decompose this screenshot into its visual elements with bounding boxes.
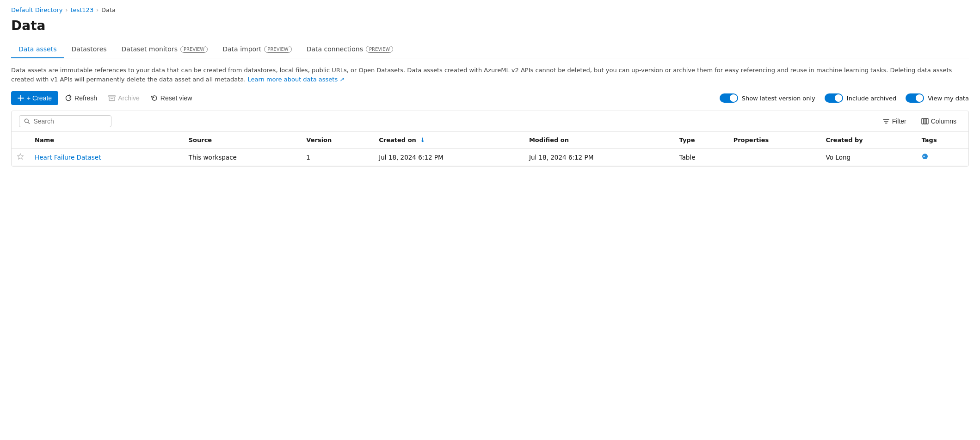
th-star — [12, 132, 29, 149]
th-name[interactable]: Name — [29, 132, 183, 149]
table-row: Heart Failure Dataset This workspace 1 J… — [12, 149, 968, 166]
search-bar: Filter Columns — [12, 111, 968, 132]
svg-marker-12 — [18, 154, 24, 159]
tab-dataset-monitors[interactable]: Dataset monitors PREVIEW — [114, 41, 216, 58]
cell-name[interactable]: Heart Failure Dataset — [29, 149, 183, 166]
sort-down-icon: ↓ — [420, 136, 425, 143]
filter-columns-area: Filter Columns — [878, 115, 961, 128]
search-input-wrapper — [19, 115, 111, 127]
refresh-icon — [65, 94, 72, 102]
search-input[interactable] — [33, 118, 106, 125]
data-connections-badge: PREVIEW — [366, 46, 393, 53]
tab-data-connections[interactable]: Data connections PREVIEW — [299, 41, 401, 58]
toggle-include-archived-switch[interactable] — [825, 93, 843, 103]
toggle-view-my-data: View my data — [906, 93, 969, 103]
learn-more-link[interactable]: Learn more about data assets ↗ — [247, 76, 345, 83]
th-type[interactable]: Type — [674, 132, 728, 149]
cell-version: 1 — [301, 149, 373, 166]
toggle-show-latest-switch[interactable] — [720, 93, 738, 103]
page-title: Data — [11, 18, 969, 33]
description-text: Data assets are immutable references to … — [11, 66, 969, 84]
toggle-show-latest: Show latest version only — [720, 93, 815, 103]
reset-icon — [151, 94, 158, 102]
breadcrumb-root[interactable]: Default Directory — [11, 6, 63, 13]
breadcrumb-link[interactable]: test123 — [70, 6, 93, 13]
th-modified-on[interactable]: Modified on — [524, 132, 674, 149]
filter-icon — [882, 118, 890, 125]
table-wrapper: Filter Columns Name — [11, 111, 969, 167]
svg-rect-9 — [922, 118, 924, 124]
svg-line-5 — [28, 122, 29, 124]
tag-icon — [922, 153, 928, 160]
cell-created-on: Jul 18, 2024 6:12 PM — [373, 149, 524, 166]
cell-modified-on: Jul 18, 2024 6:12 PM — [524, 149, 674, 166]
cell-type: Table — [674, 149, 728, 166]
cell-source: This workspace — [183, 149, 301, 166]
archive-icon — [108, 94, 116, 102]
th-created-by[interactable]: Created by — [820, 132, 916, 149]
tab-data-assets[interactable]: Data assets — [11, 41, 64, 58]
breadcrumb-current: Data — [101, 6, 116, 13]
toolbar-toggles: Show latest version only Include archive… — [720, 93, 969, 103]
breadcrumb-sep-2: › — [96, 7, 99, 13]
th-properties: Properties — [728, 132, 820, 149]
columns-button[interactable]: Columns — [917, 115, 961, 128]
archive-button[interactable]: Archive — [104, 92, 144, 105]
th-tags: Tags — [916, 132, 968, 149]
star-icon[interactable] — [17, 153, 24, 160]
columns-icon — [921, 118, 929, 125]
svg-point-13 — [922, 154, 928, 159]
toggle-include-archived: Include archived — [825, 93, 896, 103]
svg-rect-2 — [109, 95, 115, 97]
toggle-view-my-data-switch[interactable] — [906, 93, 924, 103]
cell-tags — [916, 149, 968, 166]
svg-point-14 — [923, 156, 925, 157]
breadcrumb-sep-1: › — [66, 7, 68, 13]
th-version[interactable]: Version — [301, 132, 373, 149]
star-cell — [12, 149, 29, 166]
search-icon — [24, 118, 30, 124]
tags-indicator — [922, 153, 928, 160]
refresh-button[interactable]: Refresh — [60, 92, 102, 105]
table-header-row: Name Source Version Created on ↓ Modifie… — [12, 132, 968, 149]
th-created-on[interactable]: Created on ↓ — [373, 132, 524, 149]
breadcrumb: Default Directory › test123 › Data — [11, 6, 969, 13]
create-button[interactable]: + Create — [11, 91, 58, 105]
th-source[interactable]: Source — [183, 132, 301, 149]
page-container: Default Directory › test123 › Data Data … — [0, 0, 980, 178]
toolbar: + Create Refresh Archive Reset view — [11, 91, 969, 105]
reset-view-button[interactable]: Reset view — [146, 92, 197, 105]
tab-datastores[interactable]: Datastores — [64, 41, 114, 58]
cell-created-by: Vo Long — [820, 149, 916, 166]
filter-button[interactable]: Filter — [878, 115, 911, 128]
data-table: Name Source Version Created on ↓ Modifie… — [12, 132, 968, 166]
dataset-monitors-badge: PREVIEW — [180, 46, 208, 53]
cell-properties — [728, 149, 820, 166]
tab-data-import[interactable]: Data import PREVIEW — [215, 41, 299, 58]
data-import-badge: PREVIEW — [264, 46, 291, 53]
plus-icon — [18, 95, 24, 101]
svg-rect-11 — [926, 118, 928, 124]
tabs-bar: Data assets Datastores Dataset monitors … — [11, 41, 969, 58]
dataset-link[interactable]: Heart Failure Dataset — [35, 154, 101, 161]
svg-rect-10 — [924, 118, 926, 124]
